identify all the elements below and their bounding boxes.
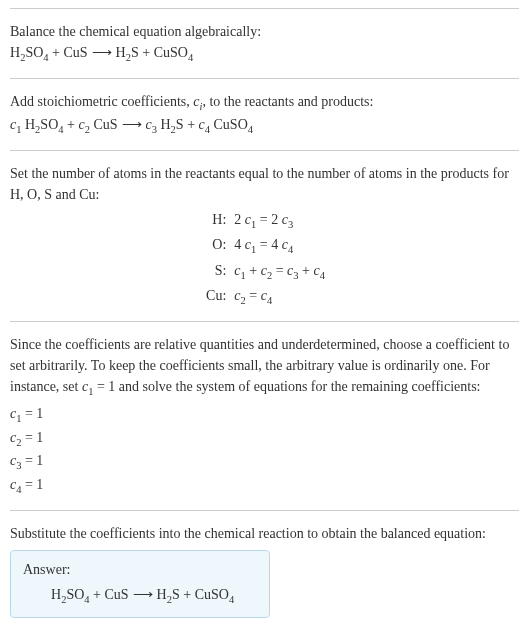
section-title: Balance the chemical equation algebraica… xyxy=(10,21,519,42)
section-title: Set the number of atoms in the reactants… xyxy=(10,163,519,205)
unbalanced-equation: H2SO4 + CuS ⟶ H2S + CuSO4 xyxy=(10,42,519,66)
coefficient-value: c3 = 1 xyxy=(10,450,519,474)
plus-symbol: + xyxy=(139,45,154,60)
answer-box: Answer: H2SO4 + CuS ⟶ H2S + CuSO4 xyxy=(10,550,270,619)
balanced-equation: H2SO4 + CuS ⟶ H2S + CuSO4 xyxy=(23,584,257,608)
answer-label: Answer: xyxy=(23,559,257,580)
reactant-1: H2SO4 xyxy=(10,45,49,60)
product-1: H2S xyxy=(116,45,139,60)
reactant-2: CuS xyxy=(63,45,87,60)
section-title: Substitute the coefficients into the che… xyxy=(10,523,519,544)
element-label: O: xyxy=(12,234,226,258)
element-equation: c2 = c4 xyxy=(234,285,519,309)
coefficient-value: c2 = 1 xyxy=(10,427,519,451)
coefficient-equation: c1 H2SO4 + c2 CuS ⟶ c3 H2S + c4 CuSO4 xyxy=(10,114,519,138)
element-equation: 4 c1 = 4 c4 xyxy=(234,234,519,258)
element-equation: c1 + c2 = c3 + c4 xyxy=(234,260,519,284)
section-atom-equations: Set the number of atoms in the reactants… xyxy=(10,150,519,321)
plus-symbol: + xyxy=(49,45,64,60)
coefficient-value: c4 = 1 xyxy=(10,474,519,498)
arrow-icon: ⟶ xyxy=(88,42,116,63)
arrow-icon: ⟶ xyxy=(118,114,146,135)
section-balance: Balance the chemical equation algebraica… xyxy=(10,8,519,78)
element-label: H: xyxy=(12,209,226,233)
coefficient-list: c1 = 1 c2 = 1 c3 = 1 c4 = 1 xyxy=(10,403,519,497)
section-text: Since the coefficients are relative quan… xyxy=(10,334,519,400)
section-title: Add stoichiometric coefficients, ci, to … xyxy=(10,91,519,115)
section-solve: Since the coefficients are relative quan… xyxy=(10,321,519,510)
equation-table: H: 2 c1 = 2 c3 O: 4 c1 = 4 c4 S: c1 + c2… xyxy=(12,209,519,309)
section-add-coefficients: Add stoichiometric coefficients, ci, to … xyxy=(10,78,519,150)
section-answer: Substitute the coefficients into the che… xyxy=(10,510,519,627)
product-2: CuSO4 xyxy=(154,45,193,60)
arrow-icon: ⟶ xyxy=(129,584,157,605)
element-label: S: xyxy=(12,260,226,284)
coefficient-value: c1 = 1 xyxy=(10,403,519,427)
element-equation: 2 c1 = 2 c3 xyxy=(234,209,519,233)
element-label: Cu: xyxy=(12,285,226,309)
